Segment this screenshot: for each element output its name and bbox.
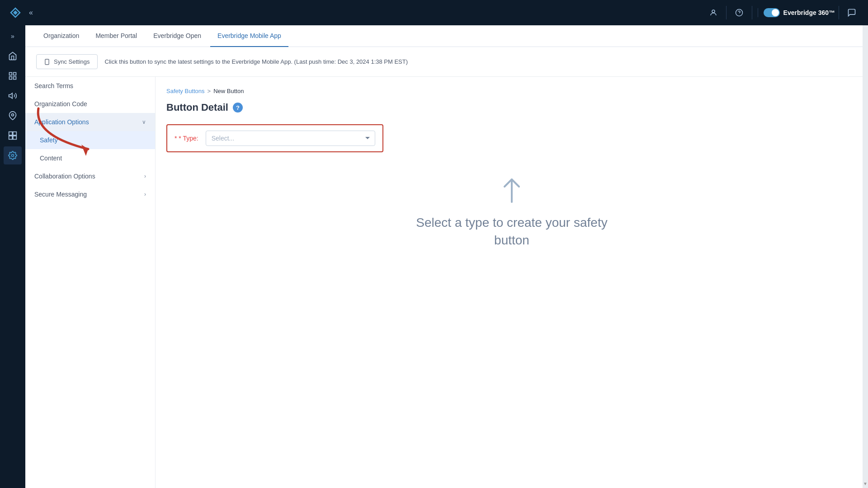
user-icon-button[interactable] — [704, 4, 722, 22]
svg-rect-6 — [9, 77, 12, 80]
svg-marker-8 — [9, 93, 13, 99]
secure-messaging-chevron-icon: › — [144, 191, 146, 197]
svg-rect-5 — [14, 73, 16, 75]
top-bar-right: Everbridge 360™ — [704, 4, 861, 22]
sidebar-item-location[interactable] — [4, 107, 22, 125]
svg-point-9 — [12, 114, 14, 116]
type-field-label: * Type: — [175, 135, 198, 142]
scroll-indicator[interactable]: ▼ — [863, 25, 868, 488]
nav-organization-code[interactable]: Organization Code — [25, 95, 155, 113]
toggle-switch[interactable] — [764, 8, 780, 17]
sidebar-item-modules[interactable] — [4, 127, 22, 145]
svg-rect-13 — [13, 136, 17, 140]
separator-2 — [752, 6, 752, 19]
type-select-dropdown[interactable]: Select... — [206, 131, 375, 146]
svg-rect-10 — [9, 132, 13, 136]
top-bar: « Everbridge 360™ — [0, 0, 868, 25]
tab-member-portal[interactable]: Member Portal — [88, 25, 144, 47]
nav-secure-messaging[interactable]: Secure Messaging › — [25, 185, 155, 203]
sidebar-item-settings[interactable] — [4, 146, 22, 164]
type-row: * Type: Select... — [166, 124, 383, 152]
sidebar: » — [0, 25, 25, 488]
message-icon-button[interactable] — [843, 4, 861, 22]
svg-rect-11 — [13, 132, 17, 136]
content-area: Search Terms Organization Code Applicati… — [25, 77, 868, 488]
button-detail-help-icon[interactable]: ? — [233, 103, 243, 113]
breadcrumb: Safety Buttons > New Button — [166, 88, 857, 94]
empty-state-text: Select a type to create your safety butt… — [399, 214, 625, 249]
main-content: Organization Member Portal Everbridge Op… — [25, 25, 868, 488]
svg-point-14 — [12, 155, 14, 157]
sync-info-text: Click this button to sync the latest set… — [105, 58, 408, 65]
everbridge-360-toggle[interactable]: Everbridge 360™ — [758, 8, 835, 17]
nav-application-options[interactable]: Application Options ∨ — [25, 113, 155, 131]
breadcrumb-current: New Button — [213, 88, 244, 94]
separator-1 — [726, 6, 726, 19]
nav-safety[interactable]: Safety — [25, 131, 155, 149]
sync-button-label: Sync Settings — [54, 58, 90, 65]
right-panel: Safety Buttons > New Button Button Detai… — [156, 77, 868, 488]
collapse-button[interactable]: « — [29, 9, 33, 17]
svg-rect-12 — [9, 136, 13, 140]
breadcrumb-separator: > — [208, 88, 211, 94]
up-arrow-icon — [497, 170, 526, 206]
button-detail-title: Button Detail — [166, 102, 228, 113]
application-options-chevron-icon: ∨ — [142, 119, 146, 125]
everbridge-360-label: Everbridge 360™ — [783, 9, 835, 16]
tab-everbridge-mobile-app[interactable]: Everbridge Mobile App — [210, 25, 288, 47]
svg-rect-7 — [14, 77, 16, 80]
sidebar-item-grid[interactable] — [4, 67, 22, 85]
tab-navigation: Organization Member Portal Everbridge Op… — [25, 25, 868, 47]
empty-state: Select a type to create your safety butt… — [166, 170, 857, 249]
scroll-thumb: ▼ — [863, 481, 868, 486]
sync-bar: Sync Settings Click this button to sync … — [25, 47, 868, 77]
sync-settings-button[interactable]: Sync Settings — [36, 54, 98, 69]
nav-collaboration-options[interactable]: Collaboration Options › — [25, 167, 155, 185]
nav-content[interactable]: Content — [25, 149, 155, 167]
svg-point-1 — [712, 10, 715, 13]
tab-everbridge-open[interactable]: Everbridge Open — [146, 25, 208, 47]
svg-rect-15 — [45, 59, 49, 65]
top-bar-left: « — [7, 5, 33, 21]
breadcrumb-parent-link[interactable]: Safety Buttons — [166, 88, 205, 94]
tab-organization[interactable]: Organization — [36, 25, 86, 47]
type-label-text: Type: — [183, 135, 198, 142]
collaboration-options-chevron-icon: › — [144, 173, 146, 179]
toggle-knob — [772, 9, 779, 16]
button-detail-section: Button Detail ? — [166, 102, 857, 113]
separator-3 — [839, 6, 839, 19]
svg-rect-4 — [9, 73, 12, 75]
left-panel: Search Terms Organization Code Applicati… — [25, 77, 156, 488]
sidebar-item-announcements[interactable] — [4, 87, 22, 105]
sidebar-expand-button[interactable]: » — [4, 29, 22, 43]
nav-search-terms[interactable]: Search Terms — [25, 77, 155, 95]
help-icon-button[interactable] — [730, 4, 748, 22]
everbridge-logo — [7, 5, 24, 21]
sidebar-item-home[interactable] — [4, 47, 22, 65]
